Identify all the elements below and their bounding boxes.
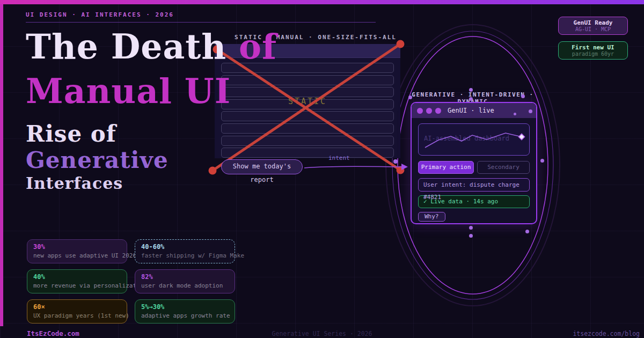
stat-label: faster shipping w/ Figma Make bbox=[141, 252, 229, 259]
intent-arrow-label: intent bbox=[328, 155, 350, 161]
stat-dark-mode: 82% user dark mode adoption bbox=[135, 269, 235, 293]
primary-action-button[interactable]: Primary action bbox=[418, 161, 474, 174]
stat-label: adaptive apps growth rate bbox=[141, 312, 229, 319]
particle-dot bbox=[525, 230, 529, 233]
stats-grid: 30% new apps use adaptive UI 2026 40-60%… bbox=[27, 239, 235, 324]
badge-first-paradigm: First new UI paradigm 60yr bbox=[558, 41, 628, 60]
blog-link[interactable]: itsezcode.com/blog bbox=[573, 330, 640, 337]
top-accent-strip bbox=[0, 0, 644, 4]
series-caption: Generative UI Series · 2026 bbox=[0, 330, 644, 337]
stat-faster-shipping: 40-60% faster shipping w/ Figma Make bbox=[135, 239, 235, 263]
stat-more-revenue: 40% more revenue via personalization bbox=[27, 269, 127, 293]
sparkline-chart bbox=[419, 124, 530, 155]
intent-prompt-button[interactable]: Show me today's report bbox=[221, 159, 303, 174]
stat-label: new apps use adaptive UI 2026 bbox=[33, 252, 121, 259]
stat-adaptive-ui: 30% new apps use adaptive UI 2026 bbox=[27, 239, 127, 263]
stat-growth-rate: 5%→30% adaptive apps growth rate bbox=[135, 299, 235, 324]
badge-genui-subtitle: AG-UI · MCP bbox=[559, 26, 627, 32]
genui-window-title: GenUI · live bbox=[448, 107, 494, 114]
particle-dot bbox=[469, 97, 473, 101]
particle-dot bbox=[521, 94, 525, 98]
particle-dot bbox=[469, 88, 473, 92]
stat-value: 5%→30% bbox=[141, 303, 229, 311]
genui-titlebar: GenUI · live bbox=[412, 103, 536, 118]
badge-first-subtitle: paradigm 60yr bbox=[559, 51, 627, 57]
stat-label: more revenue via personalization bbox=[33, 282, 121, 289]
headline-interfaces: Interfaces bbox=[26, 174, 278, 193]
live-data-badge: ✓ Live data · 14s ago bbox=[418, 195, 530, 208]
particle-dot bbox=[408, 95, 412, 99]
window-dot-icon bbox=[435, 108, 441, 114]
stat-value: 60× bbox=[33, 303, 121, 311]
stat-value: 30% bbox=[33, 243, 121, 251]
stat-value: 82% bbox=[141, 273, 229, 281]
particle-dot bbox=[514, 113, 516, 115]
headline-rise: Rise of bbox=[26, 121, 278, 147]
stat-value: 40% bbox=[33, 273, 121, 281]
window-dot-icon bbox=[417, 108, 423, 114]
particle-dot bbox=[540, 159, 544, 163]
headline-death: The Death bbox=[26, 27, 239, 67]
dashboard-panel: AI-assembled dashboard bbox=[418, 123, 530, 156]
stat-label: user dark mode adoption bbox=[141, 282, 229, 289]
stat-label: UX paradigm years (1st new) bbox=[33, 312, 121, 319]
window-dot-icon bbox=[426, 108, 432, 114]
left-accent-strip bbox=[0, 4, 3, 326]
social-card: UI DESIGN · AI INTERFACES · 2026 The Dea… bbox=[0, 0, 644, 338]
why-button[interactable]: Why? bbox=[418, 212, 445, 222]
badge-genui-ready: GenUI Ready AG-UI · MCP bbox=[558, 17, 628, 35]
user-intent-field[interactable]: User intent: dispute charge #4821 bbox=[418, 178, 530, 192]
eyebrow-divider bbox=[26, 22, 376, 23]
genui-window: GenUI · live AI-assembled dashboard Prim… bbox=[411, 102, 537, 224]
badge-first-title: First new UI bbox=[559, 44, 627, 51]
particle-dot bbox=[469, 234, 473, 238]
genui-body: AI-assembled dashboard Primary action Se… bbox=[412, 118, 536, 222]
eyebrow-kicker: UI DESIGN · AI INTERFACES · 2026 bbox=[26, 11, 174, 18]
stat-paradigm-years: 60× UX paradigm years (1st new) bbox=[27, 299, 127, 324]
particle-dot bbox=[529, 109, 532, 113]
badge-genui-title: GenUI Ready bbox=[559, 19, 627, 26]
particle-dot bbox=[469, 226, 473, 230]
stat-value: 40-60% bbox=[141, 243, 229, 251]
secondary-action-button[interactable]: Secondary bbox=[477, 161, 530, 174]
